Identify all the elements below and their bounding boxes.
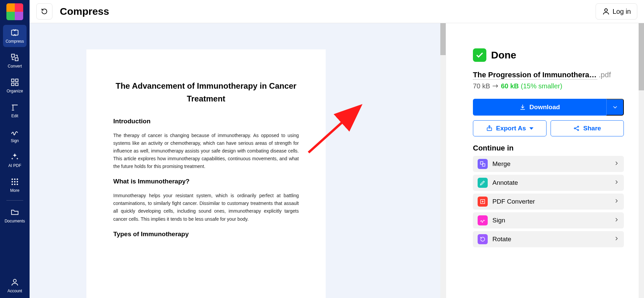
sidebar-item-sign[interactable]: Sign [3,124,27,146]
folder-icon [10,208,19,217]
size-compressed: 60 kB [501,82,519,90]
svg-point-11 [14,181,15,182]
download-row: Download [473,99,624,116]
refresh-icon [41,8,48,15]
export-label: Export As [496,125,526,132]
sidebar-item-compress[interactable]: Compress [3,25,27,47]
svg-point-20 [578,126,579,127]
export-button[interactable]: Export As [473,120,547,136]
doc-title: The Advancement of Immunotherapy in Canc… [113,80,299,105]
scrollbar-track[interactable] [440,23,446,298]
sidebar-label: AI PDF [8,163,22,168]
sidebar-item-convert[interactable]: Convert [3,50,27,72]
doc-paragraph: The therapy of cancer is changing becaus… [113,132,299,170]
user-icon [602,7,610,15]
size-original: 70 kB [473,82,490,90]
file-extension: .pdf [599,71,611,79]
sparkle-icon [10,153,19,161]
svg-point-12 [16,181,18,182]
download-label: Download [529,103,560,111]
sidebar-item-organize[interactable]: Organize [3,75,27,97]
svg-point-21 [578,129,579,130]
svg-point-14 [14,183,15,185]
download-options-button[interactable] [606,99,624,116]
svg-point-16 [13,279,16,282]
svg-rect-2 [15,58,18,61]
status-row: Done [473,48,624,62]
refresh-button[interactable] [36,3,52,19]
compress-icon [10,28,19,37]
sidebar-divider [6,200,23,201]
scrollbar-thumb[interactable] [440,23,446,55]
sidebar-label: Documents [5,219,25,223]
continue-title: Continue in [473,144,624,153]
sidebar-item-documents[interactable]: Documents [3,205,27,227]
convert-icon [10,53,19,62]
chevron-down-icon [529,127,533,130]
document-page[interactable]: The Advancement of Immunotherapy in Canc… [86,49,326,298]
checkmark-icon [473,48,486,62]
svg-point-10 [11,181,13,182]
sidebar-item-edit[interactable]: Edit [3,99,27,122]
sidebar-label: Edit [11,114,18,118]
login-label: Log in [613,8,631,15]
sidebar-item-account[interactable]: Account [3,274,27,297]
continue-item-merge[interactable]: Merge [473,156,624,172]
user-icon [10,278,19,287]
file-name[interactable]: The Progression of Immunotherapy … [473,71,597,80]
share-label: Share [583,125,601,132]
page-title: Compress [60,6,109,17]
sidebar: Compress Convert Organize Edit Sign AI P… [0,0,30,298]
svg-point-7 [11,178,13,180]
continue-item-sign[interactable]: Sign [473,212,624,228]
annotate-icon [478,178,488,188]
svg-point-8 [14,178,15,180]
chevron-right-icon [614,198,619,205]
organize-icon [10,78,19,87]
sidebar-item-more[interactable]: More [3,174,27,196]
rotate-icon [478,234,488,244]
sign-icon [10,128,19,136]
main: The Advancement of Immunotherapy in Canc… [30,23,644,298]
doc-paragraph: Immunotherapy helps your resistant syste… [113,192,299,223]
login-button[interactable]: Log in [596,3,638,19]
svg-point-9 [16,178,18,180]
chevron-right-icon [614,161,619,167]
grid-icon [10,177,19,186]
sidebar-label: Convert [8,64,22,69]
arrow-right-icon [492,82,499,90]
chevron-right-icon [614,217,619,224]
svg-rect-3 [11,79,14,82]
share-icon [573,125,580,132]
svg-point-19 [574,128,575,129]
sidebar-label: Sign [11,138,19,143]
sidebar-label: More [10,188,19,193]
doc-heading: Types of Immunotherapy [113,230,299,238]
document-preview: The Advancement of Immunotherapy in Canc… [30,23,446,298]
svg-rect-5 [11,83,14,86]
status-text: Done [491,49,516,61]
svg-rect-6 [15,83,18,86]
merge-icon [478,159,488,169]
header: Compress Log in [30,0,644,23]
doc-heading: What is Immunotherapy? [113,178,299,185]
scrollbar-thumb[interactable] [639,23,644,90]
edit-icon [10,103,19,112]
continue-item-annotate[interactable]: Annotate [473,175,624,191]
download-icon [519,104,526,111]
download-button[interactable]: Download [473,99,606,116]
result-panel: Done The Progression of Immunotherapy … … [446,23,644,298]
sidebar-label: Account [7,289,22,293]
app-logo[interactable] [6,3,23,20]
continue-label: Rotate [492,236,609,243]
continue-label: Merge [492,160,609,168]
continue-item-convert[interactable]: PDF Converter [473,194,624,210]
doc-heading: Introduction [113,118,299,125]
chevron-right-icon [614,236,619,243]
sidebar-label: Compress [6,39,24,44]
continue-label: Sign [492,217,609,224]
secondary-actions: Export As Share [473,120,624,136]
sidebar-item-aipdf[interactable]: AI PDF [3,149,27,171]
continue-item-rotate[interactable]: Rotate [473,231,624,247]
share-button[interactable]: Share [551,120,624,136]
